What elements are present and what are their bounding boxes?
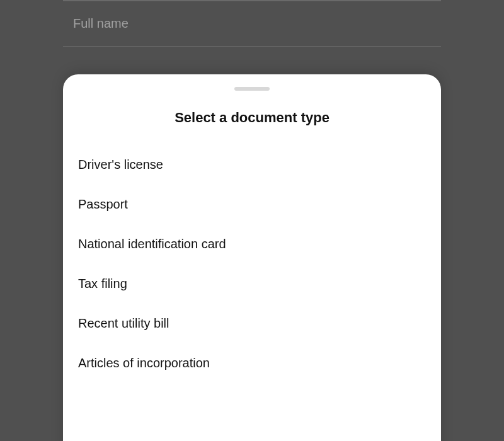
full-name-placeholder: Full name <box>73 16 129 30</box>
option-drivers-license[interactable]: Driver's license <box>78 145 426 185</box>
document-type-bottom-sheet: Select a document type Driver's license … <box>63 74 441 441</box>
option-passport[interactable]: Passport <box>78 185 426 224</box>
drag-handle[interactable] <box>234 87 270 91</box>
option-recent-utility-bill[interactable]: Recent utility bill <box>78 304 426 343</box>
option-tax-filing[interactable]: Tax filing <box>78 264 426 304</box>
options-list: Driver's license Passport National ident… <box>63 145 441 383</box>
option-articles-of-incorporation[interactable]: Articles of incorporation <box>78 343 426 383</box>
option-national-id-card[interactable]: National identification card <box>78 224 426 264</box>
sheet-title: Select a document type <box>63 110 441 126</box>
full-name-field[interactable]: Full name <box>63 1 441 47</box>
